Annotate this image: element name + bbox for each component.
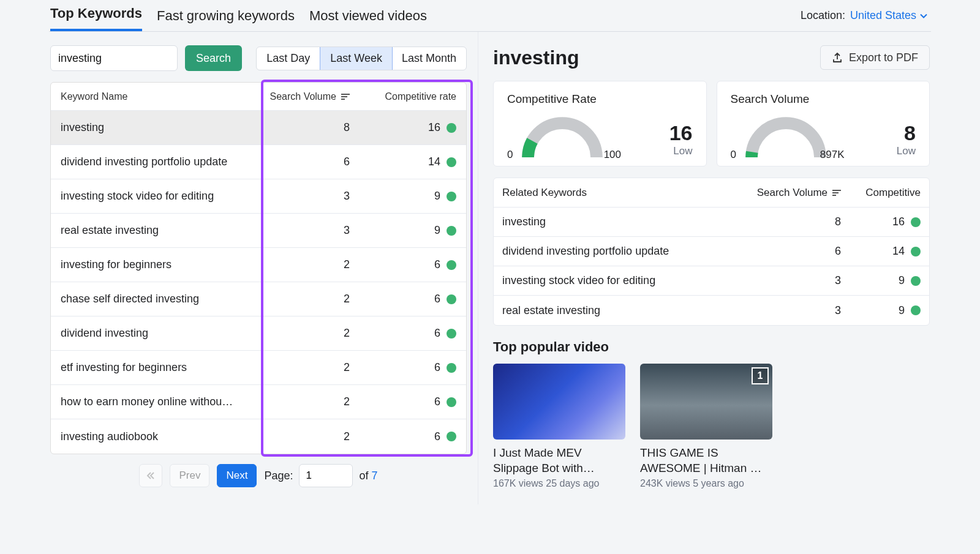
related-col-name[interactable]: Related Keywords: [502, 187, 737, 199]
period-last-day[interactable]: Last Day: [257, 47, 320, 70]
pager-total: of 7: [359, 470, 377, 482]
related-cell-competitive: 9: [841, 304, 921, 317]
chevron-double-left-icon: [146, 471, 155, 480]
gauge-competitive-min: 0: [507, 149, 513, 161]
related-cell-volume: 8: [737, 215, 841, 228]
cell-competitive-rate: 6: [368, 293, 466, 305]
video-thumbnail: 1: [640, 364, 772, 440]
export-pdf-button[interactable]: Export to PDF: [820, 45, 930, 70]
col-keyword-name[interactable]: Keyword Name: [51, 91, 258, 102]
gauge-competitive-svg: [507, 112, 617, 157]
status-dot-icon: [447, 260, 456, 270]
pager-total-link[interactable]: 7: [372, 470, 378, 482]
cell-keyword-name: how to earn money online withou…: [51, 395, 258, 408]
gauge-competitive-title: Competitive Rate: [507, 92, 693, 106]
table-row[interactable]: investing for beginners26: [51, 248, 466, 282]
status-dot-icon: [911, 217, 921, 227]
period-last-month[interactable]: Last Month: [392, 47, 466, 70]
cell-search-volume: 2: [258, 293, 368, 305]
top-popular-video-title: Top popular video: [493, 339, 930, 355]
detail-panel: investing Export to PDF Competitive Rate: [478, 32, 931, 504]
pager-info: Page: of 7: [264, 464, 377, 487]
col-search-volume-label: Search Volume: [270, 91, 336, 102]
status-dot-icon: [447, 432, 456, 441]
cell-keyword-name: dividend investing portfolio update: [51, 155, 258, 168]
top-popular-video-list: I Just Made MEV Slippage Bot with…167K v…: [493, 364, 930, 489]
related-cell-competitive: 14: [841, 245, 921, 258]
table-row[interactable]: chase self directed investing26: [51, 282, 466, 316]
status-dot-icon: [447, 397, 456, 407]
table-row[interactable]: how to earn money online withou…26: [51, 385, 466, 419]
pager: Prev Next Page: of 7: [50, 454, 467, 490]
related-cell-competitive: 9: [841, 274, 921, 287]
cell-keyword-name: real estate investing: [51, 224, 258, 237]
pager-first[interactable]: [139, 464, 162, 487]
cell-search-volume: 2: [258, 327, 368, 340]
table-row[interactable]: real estate investing39: [51, 214, 466, 248]
table-row[interactable]: investing stock video for editing39: [51, 179, 466, 214]
cell-competitive-rate: 6: [368, 395, 466, 408]
location-value-text: United States: [850, 9, 916, 22]
related-col-volume-label: Search Volume: [757, 187, 827, 199]
video-card[interactable]: 1THIS GAME IS AWESOME | Hitman …243K vie…: [640, 364, 772, 489]
location-selector: Location: United States: [801, 9, 931, 22]
related-cell-volume: 6: [737, 245, 841, 258]
table-row[interactable]: dividend investing portfolio update614: [51, 145, 466, 179]
video-thumbnail: [493, 364, 625, 440]
video-meta: 167K views 25 days ago: [493, 478, 625, 489]
related-row[interactable]: investing816: [494, 208, 929, 237]
pager-next[interactable]: Next: [217, 464, 257, 487]
related-row[interactable]: investing stock video for editing39: [494, 266, 929, 296]
cell-keyword-name: investing: [51, 121, 258, 134]
related-col-volume[interactable]: Search Volume: [737, 187, 841, 199]
video-card[interactable]: I Just Made MEV Slippage Bot with…167K v…: [493, 364, 625, 489]
search-button[interactable]: Search: [185, 45, 242, 71]
related-row[interactable]: real estate investing39: [494, 296, 929, 325]
cell-competitive-rate: 16: [368, 121, 466, 134]
detail-title: investing: [493, 47, 579, 69]
period-toggle: Last Day Last Week Last Month: [256, 47, 467, 70]
gauge-volume-title: Search Volume: [731, 92, 916, 106]
cell-keyword-name: dividend investing: [51, 327, 258, 340]
period-last-week[interactable]: Last Week: [320, 47, 393, 70]
tab-fast-growing-keywords[interactable]: Fast growing keywords: [157, 2, 295, 31]
status-dot-icon: [911, 305, 921, 315]
related-cell-competitive: 16: [841, 215, 921, 228]
top-tabs-bar: Top Keywords Fast growing keywords Most …: [49, 0, 931, 32]
gauge-competitive-max: 100: [604, 149, 621, 161]
cell-keyword-name: chase self directed investing: [51, 293, 258, 305]
related-col-competitive[interactable]: Competitive: [841, 187, 921, 199]
status-dot-icon: [911, 276, 921, 286]
pager-prev[interactable]: Prev: [170, 464, 209, 487]
table-row[interactable]: investing816: [51, 111, 466, 145]
pager-of-label: of: [359, 470, 368, 482]
related-keywords-table: Related Keywords Search Volume Competiti…: [493, 178, 930, 326]
cell-search-volume: 3: [258, 224, 368, 237]
status-dot-icon: [447, 329, 456, 339]
tab-top-keywords[interactable]: Top Keywords: [50, 0, 142, 31]
related-cell-name: dividend investing portfolio update: [502, 245, 737, 258]
tab-most-viewed-videos[interactable]: Most viewed videos: [309, 2, 427, 31]
col-search-volume[interactable]: Search Volume: [258, 91, 368, 102]
pager-page-input[interactable]: [299, 464, 353, 487]
status-dot-icon: [447, 192, 456, 201]
status-dot-icon: [447, 157, 456, 167]
chevron-down-icon: [920, 12, 927, 20]
video-rank-badge: 1: [752, 367, 769, 384]
location-label: Location:: [801, 9, 845, 22]
table-row[interactable]: etf investing for beginners26: [51, 351, 466, 385]
related-cell-volume: 3: [737, 274, 841, 287]
location-value[interactable]: United States: [850, 9, 927, 22]
related-row[interactable]: dividend investing portfolio update614: [494, 237, 929, 266]
video-title: I Just Made MEV Slippage Bot with…: [493, 446, 625, 476]
cell-search-volume: 2: [258, 361, 368, 374]
cell-competitive-rate: 6: [368, 430, 466, 443]
table-row[interactable]: investing audiobook26: [51, 419, 466, 454]
table-row[interactable]: dividend investing26: [51, 316, 466, 351]
col-competitive-rate[interactable]: Competitive rate: [368, 91, 466, 102]
related-cell-name: investing stock video for editing: [502, 274, 737, 287]
search-input[interactable]: [50, 45, 178, 71]
cell-competitive-rate: 6: [368, 258, 466, 271]
status-dot-icon: [447, 123, 456, 133]
related-cell-volume: 3: [737, 304, 841, 317]
